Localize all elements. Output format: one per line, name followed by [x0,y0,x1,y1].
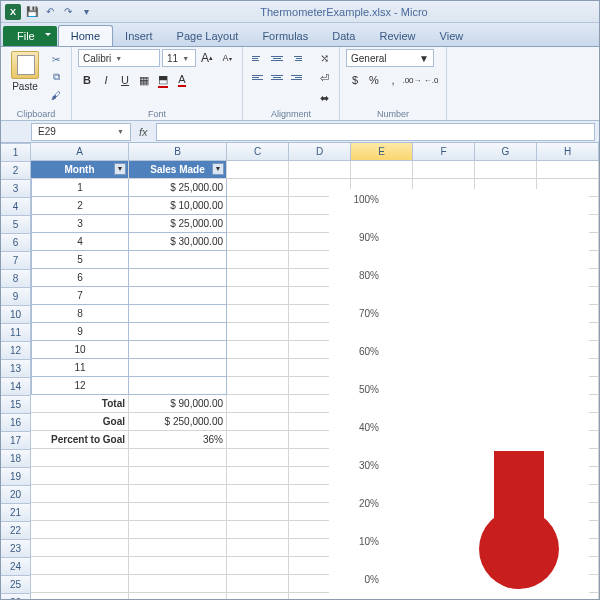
cell[interactable] [227,305,289,323]
cell[interactable] [289,161,351,179]
cell[interactable] [227,575,289,593]
cell[interactable] [129,341,227,359]
border-icon[interactable]: ▦ [135,71,153,89]
cell[interactable]: 6 [31,269,129,287]
cell[interactable]: 3 [31,215,129,233]
italic-button[interactable]: I [97,71,115,89]
cell[interactable] [227,467,289,485]
cell[interactable] [227,197,289,215]
cell[interactable]: 4 [31,233,129,251]
cell[interactable] [227,503,289,521]
cell[interactable]: 12 [31,377,129,395]
cell[interactable] [129,539,227,557]
row-header-21[interactable]: 21 [1,504,31,522]
cell[interactable]: $ 30,000.00 [129,233,227,251]
tab-file[interactable]: File [3,26,57,46]
paste-button[interactable]: Paste [7,49,43,92]
cell[interactable] [413,161,475,179]
row-header-3[interactable]: 3 [1,180,31,198]
cell[interactable]: 2 [31,197,129,215]
row-header-13[interactable]: 13 [1,360,31,378]
row-header-12[interactable]: 12 [1,342,31,360]
col-header-H[interactable]: H [537,143,599,161]
font-size-combo[interactable]: 11▼ [162,49,196,67]
grow-font-icon[interactable]: A▴ [198,49,216,67]
align-top-left-icon[interactable] [249,49,267,67]
cell[interactable] [129,593,227,599]
cell[interactable] [227,377,289,395]
cell[interactable] [129,485,227,503]
cell[interactable]: 9 [31,323,129,341]
shrink-font-icon[interactable]: A▾ [218,49,236,67]
cell[interactable]: 7 [31,287,129,305]
cell[interactable] [537,161,599,179]
formula-bar[interactable] [156,123,595,141]
tab-view[interactable]: View [428,26,476,46]
row-header-19[interactable]: 19 [1,468,31,486]
filter-icon[interactable]: ▼ [212,163,224,175]
row-header-15[interactable]: 15 [1,396,31,414]
cell[interactable] [227,557,289,575]
cell[interactable] [31,485,129,503]
row-header-7[interactable]: 7 [1,252,31,270]
col-header-D[interactable]: D [289,143,351,161]
cell[interactable]: 1 [31,179,129,197]
col-header-A[interactable]: A [31,143,129,161]
cell[interactable] [227,593,289,599]
row-header-25[interactable]: 25 [1,576,31,594]
cell[interactable]: $ 250,000.00 [129,413,227,431]
col-header-E[interactable]: E [351,143,413,161]
cell[interactable]: Month▼ [31,161,129,179]
number-format-combo[interactable]: General▼ [346,49,434,67]
cell[interactable]: 8 [31,305,129,323]
row-header-4[interactable]: 4 [1,198,31,216]
name-box[interactable]: E29▼ [31,123,131,141]
row-header-14[interactable]: 14 [1,378,31,396]
cell[interactable]: $ 10,000.00 [129,197,227,215]
cell[interactable] [227,179,289,197]
cell[interactable] [129,287,227,305]
cell[interactable] [129,503,227,521]
increase-decimal-icon[interactable]: .00→ [403,71,421,89]
save-icon[interactable]: 💾 [25,5,39,19]
cell[interactable] [129,449,227,467]
cell[interactable] [227,431,289,449]
row-header-11[interactable]: 11 [1,324,31,342]
currency-icon[interactable]: $ [346,71,364,89]
cell[interactable] [227,449,289,467]
format-painter-icon[interactable]: 🖌 [47,87,65,103]
redo-icon[interactable]: ↷ [61,5,75,19]
filter-icon[interactable]: ▼ [114,163,126,175]
cell[interactable] [129,557,227,575]
cell[interactable] [129,323,227,341]
fill-color-icon[interactable]: ⬒ [154,71,172,89]
cell[interactable] [227,323,289,341]
cell[interactable]: Percent to Goal [31,431,129,449]
cell[interactable] [227,521,289,539]
font-name-combo[interactable]: Calibri▼ [78,49,160,67]
cell[interactable] [129,305,227,323]
cell[interactable] [129,359,227,377]
align-center-icon[interactable] [268,68,286,86]
cell[interactable]: Total [31,395,129,413]
align-top-center-icon[interactable] [268,49,286,67]
cell[interactable] [129,251,227,269]
cell[interactable] [227,395,289,413]
align-left-icon[interactable] [249,68,267,86]
bold-button[interactable]: B [78,71,96,89]
row-header-17[interactable]: 17 [1,432,31,450]
cell[interactable] [227,341,289,359]
cell[interactable] [129,521,227,539]
orientation-icon[interactable]: ⤭ [315,49,333,67]
row-header-6[interactable]: 6 [1,234,31,252]
cell[interactable]: 11 [31,359,129,377]
cell[interactable]: $ 90,000.00 [129,395,227,413]
tab-formulas[interactable]: Formulas [250,26,320,46]
row-header-9[interactable]: 9 [1,288,31,306]
wrap-text-icon[interactable]: ⏎ [315,69,333,87]
row-header-10[interactable]: 10 [1,306,31,324]
col-header-B[interactable]: B [129,143,227,161]
cell[interactable]: 10 [31,341,129,359]
cell[interactable] [129,269,227,287]
cell[interactable] [129,467,227,485]
